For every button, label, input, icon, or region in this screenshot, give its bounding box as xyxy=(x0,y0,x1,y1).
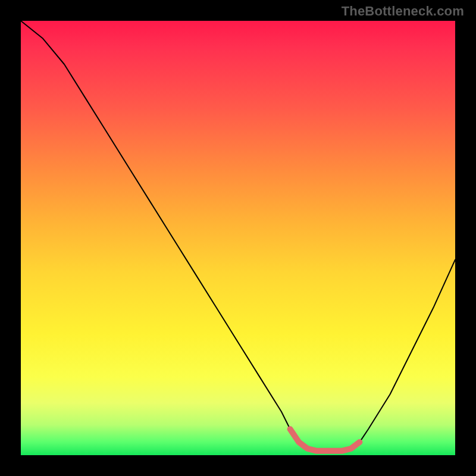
bottleneck-curve xyxy=(21,21,455,451)
optimal-range-marker xyxy=(290,429,360,451)
plot-area xyxy=(21,21,455,455)
chart-svg xyxy=(21,21,455,455)
chart-frame: TheBottleneck.com xyxy=(0,0,476,476)
watermark-label: TheBottleneck.com xyxy=(342,4,464,19)
